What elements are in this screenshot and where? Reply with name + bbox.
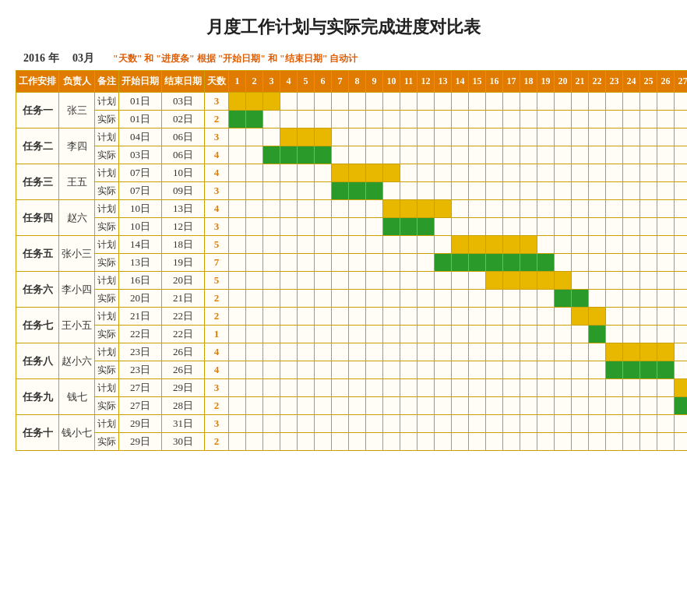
plan-end-0: 03日 [162,93,205,111]
table-row: 任务十钱小七计划29日31日3 [16,415,688,433]
plan-type-4: 计划 [95,236,119,254]
actual-type-5: 实际 [95,290,119,308]
actual-bar-day-23-task-9 [606,433,623,451]
plan-bar-day-23-task-5 [606,272,623,290]
actual-bar-day-26-task-3 [657,218,675,236]
plan-bar-day-13-task-9 [435,415,452,433]
plan-bar-day-19-task-4 [537,236,555,254]
plan-bar-day-18-task-8 [520,379,537,397]
plan-bar-day-17-task-6 [503,308,520,326]
plan-bar-day-17-task-0 [503,93,520,111]
actual-type-6: 实际 [95,326,119,343]
actual-bar-day-25-task-5 [640,290,657,308]
actual-bar-day-25-task-0 [640,111,657,128]
plan-bar-day-10-task-1 [383,128,400,146]
plan-bar-day-7-task-0 [332,93,349,111]
plan-bar-day-19-task-9 [537,415,555,433]
header-task: 工作安排 [16,71,59,93]
actual-bar-day-22-task-6 [589,326,606,343]
actual-bar-day-11-task-5 [400,290,417,308]
table-row: 实际01日02日2 [16,111,688,128]
plan-bar-day-5-task-4 [298,236,315,254]
actual-bar-day-22-task-9 [589,433,606,451]
actual-bar-day-9-task-9 [366,433,383,451]
plan-bar-day-2-task-8 [246,379,263,397]
plan-bar-day-4-task-9 [280,415,298,433]
plan-bar-day-22-task-5 [589,272,606,290]
actual-bar-day-26-task-5 [657,290,675,308]
actual-bar-day-18-task-0 [520,111,537,128]
actual-bar-day-12-task-2 [417,182,435,200]
actual-bar-day-21-task-6 [572,326,589,343]
actual-bar-day-9-task-6 [366,326,383,343]
actual-bar-day-15-task-7 [469,361,486,379]
plan-start-6: 21日 [119,308,162,326]
actual-start-0: 01日 [119,111,162,128]
plan-bar-day-6-task-5 [315,272,332,290]
plan-type-6: 计划 [95,308,119,326]
actual-bar-day-14-task-8 [452,397,469,415]
plan-bar-day-22-task-6 [589,308,606,326]
actual-type-3: 实际 [95,218,119,236]
plan-days-4: 5 [205,236,229,254]
plan-bar-day-17-task-3 [503,200,520,218]
plan-bar-day-5-task-8 [298,379,315,397]
actual-bar-day-19-task-4 [537,254,555,272]
plan-bar-day-1-task-9 [229,415,246,433]
actual-bar-day-8-task-7 [349,361,366,379]
plan-bar-day-12-task-9 [417,415,435,433]
plan-bar-day-26-task-9 [657,415,675,433]
table-row: 实际03日06日4 [16,146,688,164]
actual-bar-day-12-task-1 [417,146,435,164]
plan-bar-day-1-task-5 [229,272,246,290]
plan-bar-day-27-task-4 [675,236,688,254]
actual-bar-day-13-task-6 [435,326,452,343]
plan-bar-day-5-task-5 [298,272,315,290]
actual-bar-day-22-task-5 [589,290,606,308]
plan-type-8: 计划 [95,379,119,397]
actual-bar-day-1-task-2 [229,182,246,200]
plan-bar-day-11-task-4 [400,236,417,254]
actual-bar-day-11-task-1 [400,146,417,164]
plan-bar-day-3-task-2 [263,164,280,182]
plan-bar-day-3-task-1 [263,128,280,146]
actual-bar-day-2-task-9 [246,433,263,451]
plan-bar-day-5-task-0 [298,93,315,111]
plan-bar-day-2-task-5 [246,272,263,290]
plan-bar-day-9-task-2 [366,164,383,182]
actual-bar-day-3-task-4 [263,254,280,272]
actual-bar-day-24-task-0 [623,111,640,128]
actual-bar-day-4-task-5 [280,290,298,308]
plan-bar-day-27-task-2 [675,164,688,182]
plan-bar-day-8-task-4 [349,236,366,254]
plan-bar-day-2-task-4 [246,236,263,254]
page-title: 月度工作计划与实际完成进度对比表 [16,16,671,39]
plan-bar-day-24-task-2 [623,164,640,182]
actual-bar-day-23-task-2 [606,182,623,200]
actual-bar-day-26-task-1 [657,146,675,164]
actual-bar-day-10-task-8 [383,397,400,415]
actual-bar-day-4-task-0 [280,111,298,128]
plan-end-6: 22日 [162,308,205,326]
actual-bar-day-20-task-7 [555,361,572,379]
plan-bar-day-25-task-6 [640,308,657,326]
plan-bar-day-13-task-5 [435,272,452,290]
plan-bar-day-16-task-4 [486,236,503,254]
actual-days-0: 2 [205,111,229,128]
actual-start-2: 07日 [119,182,162,200]
actual-bar-day-3-task-2 [263,182,280,200]
actual-bar-day-10-task-3 [383,218,400,236]
actual-bar-day-22-task-4 [589,254,606,272]
actual-bar-day-2-task-2 [246,182,263,200]
actual-bar-day-26-task-6 [657,326,675,343]
actual-type-7: 实际 [95,361,119,379]
actual-bar-day-17-task-3 [503,218,520,236]
actual-bar-day-16-task-0 [486,111,503,128]
actual-bar-day-13-task-8 [435,397,452,415]
actual-bar-day-27-task-2 [675,182,688,200]
plan-bar-day-1-task-1 [229,128,246,146]
header-day-6: 6 [315,71,332,93]
actual-bar-day-7-task-0 [332,111,349,128]
plan-bar-day-6-task-8 [315,379,332,397]
plan-bar-day-25-task-7 [640,343,657,361]
